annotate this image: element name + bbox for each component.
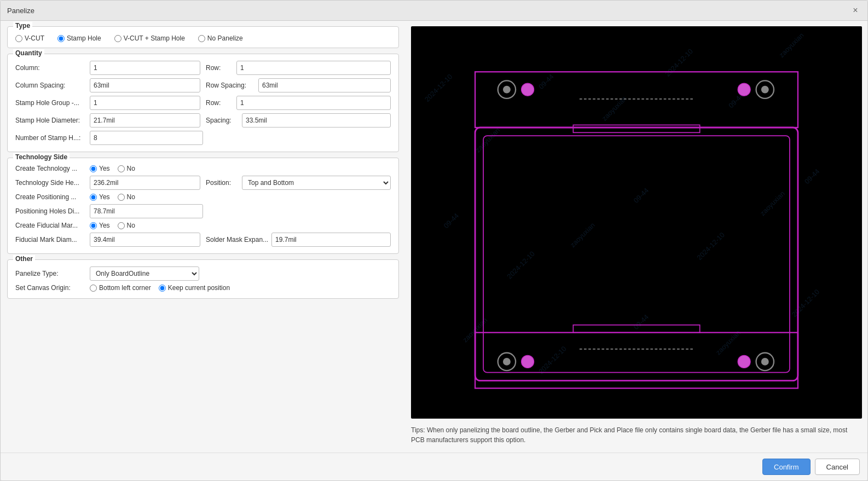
- create-fid-label: Create Fiducial Mar...: [15, 222, 86, 229]
- position-select[interactable]: Top and Bottom Top Only Bottom Only: [242, 176, 391, 190]
- position-label: Position:: [206, 179, 239, 187]
- create-fid-radio-group: Yes No: [90, 222, 135, 229]
- svg-point-24: [522, 83, 534, 96]
- left-panel: Type V-CUT Stamp Hole V-CUT + Stamp Hole: [1, 21, 406, 453]
- close-button[interactable]: ×: [850, 5, 861, 16]
- create-pos-yes-radio[interactable]: Yes: [90, 193, 110, 201]
- create-tech-no-radio[interactable]: No: [118, 165, 135, 172]
- type-vcut-radio[interactable]: V-CUT: [15, 34, 44, 42]
- create-pos-no-input[interactable]: [118, 194, 125, 201]
- technology-form: Create Technology ... Yes No: [15, 165, 391, 247]
- create-pos-yes-input[interactable]: [90, 194, 97, 201]
- technology-legend: Technology Side: [13, 153, 70, 161]
- create-tech-yes-input[interactable]: [90, 165, 97, 172]
- column-input[interactable]: [90, 61, 200, 75]
- create-tech-label: Create Technology ...: [15, 165, 86, 172]
- type-nopanelize-radio[interactable]: No Panelize: [198, 34, 243, 42]
- svg-point-36: [522, 355, 534, 368]
- column-label: Column:: [15, 64, 86, 72]
- svg-point-37: [738, 355, 750, 368]
- type-legend: Type: [13, 22, 32, 30]
- pcb-preview: 2024-12-10 zaoyuxian 09-44 zaoyuxian 202…: [411, 26, 862, 419]
- other-legend: Other: [13, 255, 35, 263]
- create-fid-yes-radio[interactable]: Yes: [90, 222, 110, 229]
- canvas-origin-keeppos-input[interactable]: [159, 285, 166, 292]
- technology-section: Technology Side Create Technology ... Ye…: [7, 158, 399, 254]
- other-form: Panelize Type: Only BoardOutline Full Pa…: [15, 266, 391, 292]
- fid-diam-input[interactable]: [90, 233, 200, 247]
- row-input[interactable]: [236, 61, 391, 75]
- svg-point-35: [503, 358, 511, 366]
- panelize-type-label: Panelize Type:: [15, 270, 86, 277]
- spacing-input[interactable]: [242, 113, 391, 128]
- quantity-legend: Quantity: [13, 49, 44, 57]
- pcb-preview-svg: 2024-12-10 zaoyuxian 09-44 zaoyuxian 202…: [411, 26, 862, 419]
- row-spacing-input[interactable]: [258, 78, 391, 92]
- canvas-origin-bottomleft-radio[interactable]: Bottom left corner: [90, 284, 151, 292]
- row-label: Row:: [206, 64, 233, 72]
- create-tech-radio-group: Yes No: [90, 165, 135, 172]
- type-vcut-stamp-input[interactable]: [114, 35, 121, 42]
- col-spacing-label: Column Spacing:: [15, 82, 86, 89]
- type-vcut-stamp-radio[interactable]: V-CUT + Stamp Hole: [114, 34, 185, 42]
- pos-holes-label: Positioning Holes Di...: [15, 207, 86, 215]
- tech-height-input[interactable]: [90, 176, 200, 190]
- confirm-button[interactable]: Confirm: [762, 459, 811, 475]
- type-nopanelize-input[interactable]: [198, 35, 205, 42]
- create-pos-label: Create Positioning ...: [15, 193, 86, 201]
- create-fid-yes-input[interactable]: [90, 222, 97, 229]
- canvas-origin-label: Set Canvas Origin:: [15, 284, 86, 292]
- solder-mask-input[interactable]: [271, 233, 391, 247]
- stamp-count-label: Number of Stamp H...:: [15, 134, 86, 142]
- other-section: Other Panelize Type: Only BoardOutline F…: [7, 259, 399, 299]
- create-fid-no-input[interactable]: [118, 222, 125, 229]
- bottom-bar: Confirm Cancel: [1, 453, 867, 480]
- quantity-section: Quantity Column: Row:: [7, 54, 399, 152]
- create-pos-radio-group: Yes No: [90, 193, 135, 201]
- tech-height-label: Technology Side He...: [15, 179, 86, 187]
- stamp-count-input[interactable]: [90, 131, 203, 145]
- type-vcut-input[interactable]: [15, 35, 22, 42]
- stamp-diameter-input[interactable]: [90, 113, 200, 128]
- svg-point-25: [738, 83, 750, 96]
- type-stamphole-radio[interactable]: Stamp Hole: [57, 34, 101, 42]
- cancel-button[interactable]: Cancel: [815, 459, 860, 475]
- pos-holes-input[interactable]: [90, 204, 203, 218]
- content-area: Type V-CUT Stamp Hole V-CUT + Stamp Hole: [1, 21, 867, 453]
- type-radio-group: V-CUT Stamp Hole V-CUT + Stamp Hole No P…: [15, 34, 391, 42]
- dialog-title: Panelize: [7, 7, 34, 15]
- right-panel: 2024-12-10 zaoyuxian 09-44 zaoyuxian 202…: [406, 21, 867, 453]
- stamp-group-row-input[interactable]: [236, 96, 391, 110]
- canvas-origin-radio-group: Bottom left corner Keep current position: [90, 284, 230, 292]
- preview-tip: Tips: When only panelizing the board out…: [411, 423, 862, 447]
- svg-rect-0: [415, 26, 858, 419]
- title-bar: Panelize ×: [1, 1, 867, 21]
- create-tech-yes-radio[interactable]: Yes: [90, 165, 110, 172]
- fid-diam-label: Fiducial Mark Diam...: [15, 236, 86, 244]
- canvas-origin-bottomleft-input[interactable]: [90, 285, 97, 292]
- stamp-group-label: Stamp Hole Group -...: [15, 99, 86, 107]
- panelize-dialog: Panelize × Type V-CUT Stamp Hole: [0, 0, 868, 481]
- svg-point-23: [503, 86, 511, 94]
- spacing-label: Spacing:: [206, 117, 239, 124]
- col-spacing-input[interactable]: [90, 78, 200, 92]
- stamp-diameter-label: Stamp Hole Diameter:: [15, 117, 86, 124]
- stamp-group-row-label: Row:: [206, 99, 233, 107]
- svg-point-27: [761, 86, 769, 94]
- stamp-group-input[interactable]: [90, 96, 200, 110]
- type-stamphole-input[interactable]: [57, 35, 65, 42]
- type-section: Type V-CUT Stamp Hole V-CUT + Stamp Hole: [7, 26, 399, 48]
- row-spacing-label: Row Spacing:: [206, 82, 255, 89]
- canvas-origin-keeppos-radio[interactable]: Keep current position: [159, 284, 230, 292]
- create-pos-no-radio[interactable]: No: [118, 193, 135, 201]
- quantity-form: Column: Row: Column Spacing:: [15, 61, 391, 145]
- svg-point-39: [761, 358, 769, 366]
- solder-mask-label: Solder Mask Expan...: [206, 236, 268, 244]
- panelize-type-select[interactable]: Only BoardOutline Full Panelize: [90, 266, 199, 281]
- create-fid-no-radio[interactable]: No: [118, 222, 135, 229]
- create-tech-no-input[interactable]: [118, 165, 125, 172]
